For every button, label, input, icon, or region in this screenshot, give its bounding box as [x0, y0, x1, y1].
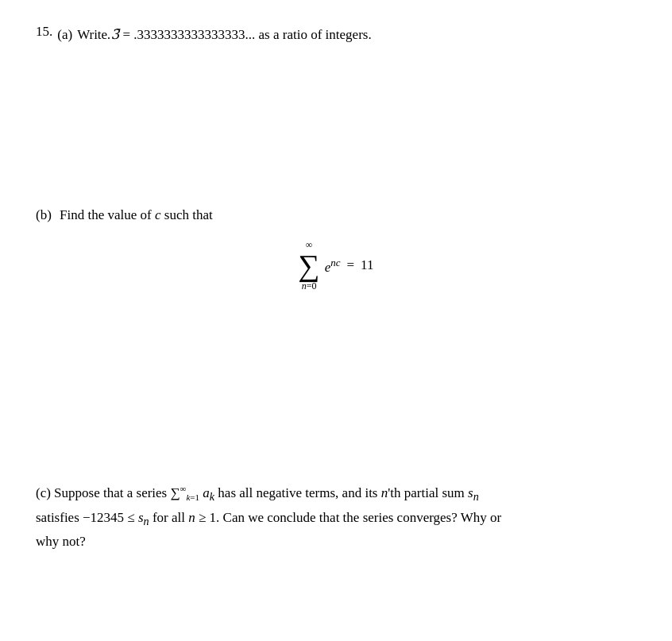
part-c-label: (c) Suppose that a series ∑∞k=1 ak has a…: [36, 485, 479, 500]
part-c-text: (c) Suppose that a series ∑∞k=1 ak has a…: [36, 481, 636, 553]
part-a-label: (a): [57, 24, 72, 45]
part-a: (a) Write .3̄ = .3333333333333333... as …: [57, 24, 371, 45]
part-b-label: (b): [36, 207, 52, 222]
part-c-line3: why not?: [36, 534, 86, 549]
part-a-math: .3̄: [107, 24, 119, 45]
part-a-text-before: Write: [77, 24, 107, 45]
exp-term: enc: [325, 257, 341, 276]
part-c-section: (c) Suppose that a series ∑∞k=1 ak has a…: [36, 481, 636, 553]
problem-number: 15.: [36, 24, 52, 40]
sum-expression: enc = 11: [325, 257, 374, 276]
part-b-text: (b) Find the value of c such that: [36, 204, 636, 226]
problem-header: 15. (a) Write .3̄ = .3333333333333333...…: [36, 24, 636, 45]
sigma-symbol: ∑: [299, 250, 320, 280]
result-value: 11: [361, 257, 373, 273]
equals-sign: =: [346, 257, 354, 273]
part-b-section: (b) Find the value of c such that ∞ ∑ n=…: [36, 204, 636, 291]
sigma-container: ∞ ∑ n=0: [299, 240, 320, 291]
page-content: 15. (a) Write .3̄ = .3333333333333333...…: [36, 24, 636, 554]
part-a-text-after: = .3333333333333333... as a ratio of int…: [119, 24, 371, 45]
part-c-line2: satisfies −12345 ≤ sn for all n ≥ 1. Can…: [36, 510, 501, 525]
sigma-lower: n=0: [302, 281, 317, 291]
part-b-find-text: Find the value of c such that: [60, 207, 213, 222]
summation-block: ∞ ∑ n=0 enc = 11: [36, 240, 636, 291]
